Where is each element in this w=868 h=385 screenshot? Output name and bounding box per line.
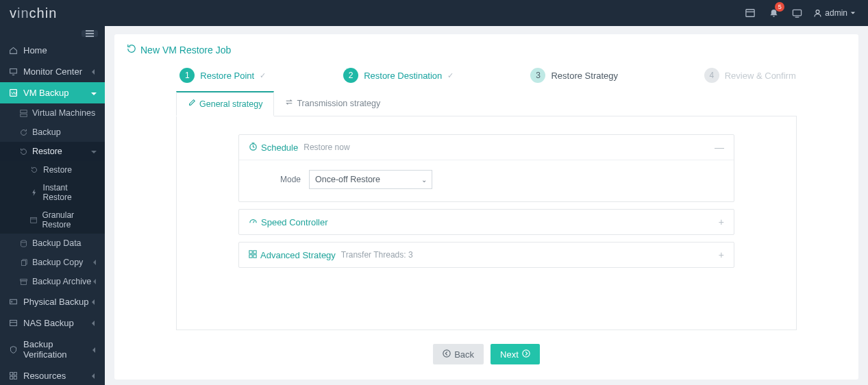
check-icon: ✓ xyxy=(447,71,454,80)
panel-schedule: Schedule Restore now — Mode Once-off Res… xyxy=(238,134,734,202)
transfer-icon xyxy=(285,98,293,108)
sidebar-item-nas[interactable]: NAS Backup xyxy=(0,312,105,334)
svg-point-35 xyxy=(523,349,530,356)
chevron-left-icon xyxy=(91,66,97,77)
svg-point-34 xyxy=(443,349,450,356)
svg-point-21 xyxy=(11,301,12,303)
vm-icon: VM xyxy=(8,88,18,98)
svg-point-16 xyxy=(21,240,26,242)
sidebar-item-label: Restore xyxy=(43,165,72,175)
expand-icon[interactable]: + xyxy=(719,249,724,260)
svg-rect-24 xyxy=(10,373,12,375)
chevron-left-icon xyxy=(92,277,97,286)
user-menu[interactable]: admin xyxy=(813,8,858,18)
sidebar-item-label: Instant Restore xyxy=(43,183,97,202)
panel-speed-controller: Speed Controller + xyxy=(238,209,734,235)
expand-icon[interactable]: + xyxy=(719,216,724,227)
svg-rect-32 xyxy=(249,254,252,257)
tab-transmission-strategy[interactable]: Transmission strategy xyxy=(274,91,391,116)
collapse-icon[interactable]: — xyxy=(715,142,724,153)
button-label: Back xyxy=(454,349,474,360)
list-icon[interactable] xyxy=(741,3,760,23)
step-review-confirm: 4 Review & Confirm xyxy=(662,68,839,83)
sidebar-item-physical[interactable]: Physical Backup xyxy=(0,291,105,312)
sidebar-item-label: Backup xyxy=(32,127,61,137)
sidebar-sub-backup-data[interactable]: Backup Data xyxy=(0,234,105,253)
home-icon xyxy=(8,46,18,55)
sidebar-collapse-button[interactable] xyxy=(82,30,98,37)
panel-header-advanced[interactable]: Advanced Strategy Transfer Threads: 3 + xyxy=(239,243,734,267)
tab-label: General strategy xyxy=(199,99,262,109)
sidebar-item-label: Physical Backup xyxy=(23,297,88,307)
next-button[interactable]: Next xyxy=(491,344,540,364)
logo-part: in xyxy=(17,5,29,21)
restore-icon xyxy=(30,166,38,174)
svg-rect-31 xyxy=(253,250,256,253)
sidebar-sub-backup-copy[interactable]: Backup Copy xyxy=(0,253,105,272)
chevron-left-icon xyxy=(92,345,97,355)
copy-icon xyxy=(19,258,27,266)
bell-icon[interactable]: 5 xyxy=(764,3,783,23)
main-card: New VM Restore Job 1 Restore Point ✓ 2 R… xyxy=(114,34,858,380)
svg-rect-6 xyxy=(86,33,94,34)
panel-header-schedule[interactable]: Schedule Restore now — xyxy=(239,135,734,160)
sidebar-sub2-restore[interactable]: Restore xyxy=(0,161,105,179)
sidebar-item-verification[interactable]: Backup Verification xyxy=(0,334,105,365)
refresh-icon xyxy=(19,128,27,136)
tab-label: Transmission strategy xyxy=(297,99,380,108)
svg-point-4 xyxy=(816,10,819,13)
screen-icon[interactable] xyxy=(787,3,806,23)
svg-rect-27 xyxy=(14,376,16,379)
arrow-right-icon xyxy=(522,349,530,360)
page-title: New VM Restore Job xyxy=(114,34,858,64)
bolt-icon xyxy=(30,188,38,197)
chevron-left-icon xyxy=(91,297,97,307)
svg-rect-8 xyxy=(10,69,16,73)
svg-rect-19 xyxy=(21,280,26,284)
svg-rect-2 xyxy=(793,10,801,15)
chevron-left-icon xyxy=(92,258,97,267)
sidebar-item-label: VM Backup xyxy=(23,88,69,98)
shield-icon xyxy=(8,345,18,354)
sidebar-item-home[interactable]: Home xyxy=(0,40,105,61)
arrow-left-icon xyxy=(443,349,451,360)
page-title-text: New VM Restore Job xyxy=(140,45,231,55)
sidebar-sub-backup-archive[interactable]: Backup Archive xyxy=(0,272,105,291)
sidebar-item-label: Backup Copy xyxy=(32,258,83,267)
panel-title-text: Speed Controller xyxy=(261,217,328,227)
sidebar-item-label: Restore xyxy=(32,147,62,156)
sidebar-item-resources[interactable]: Resources xyxy=(0,365,105,385)
sidebar-item-label: Backup Data xyxy=(32,238,82,248)
step-restore-destination[interactable]: 2 Restore Destination ✓ xyxy=(311,68,487,83)
sidebar-sub-restore[interactable]: Restore xyxy=(0,142,105,161)
archive-icon xyxy=(19,277,27,286)
step-restore-strategy[interactable]: 3 Restore Strategy xyxy=(486,68,662,83)
sidebar-sub-backup[interactable]: Backup xyxy=(0,123,105,142)
tab-general-strategy[interactable]: General strategy xyxy=(176,91,274,116)
sidebar-sub2-instant-restore[interactable]: Instant Restore xyxy=(0,179,105,206)
restore-icon xyxy=(19,147,27,156)
restore-icon xyxy=(127,44,136,55)
panel-header-speed[interactable]: Speed Controller + xyxy=(239,210,734,234)
svg-rect-25 xyxy=(14,373,16,375)
back-button[interactable]: Back xyxy=(433,344,484,364)
edit-icon xyxy=(188,99,196,109)
step-restore-point[interactable]: 1 Restore Point ✓ xyxy=(135,68,311,83)
sidebar-sub-virtual-machines[interactable]: Virtual Machines xyxy=(0,103,105,123)
monitor-icon xyxy=(8,67,18,77)
svg-text:VM: VM xyxy=(11,91,17,95)
sidebar-sub2-granular-restore[interactable]: Granular Restore xyxy=(0,206,105,234)
button-label: Next xyxy=(500,349,519,360)
calendar-icon xyxy=(30,216,37,224)
svg-rect-22 xyxy=(10,320,16,325)
tab-content: Schedule Restore now — Mode Once-off Res… xyxy=(176,116,797,330)
sidebar-item-label: Backup Archive xyxy=(32,277,91,286)
sidebar-item-monitor[interactable]: Monitor Center xyxy=(0,61,105,82)
panel-subtitle: Restore now xyxy=(303,142,349,152)
mode-select[interactable]: Once-off Restore xyxy=(309,170,432,189)
svg-rect-17 xyxy=(21,260,25,265)
brand-logo: vinchin xyxy=(10,5,57,21)
sidebar-item-label: Resources xyxy=(23,371,66,381)
database-icon xyxy=(19,239,27,247)
sidebar-item-vmbackup[interactable]: VM VM Backup xyxy=(0,82,105,103)
